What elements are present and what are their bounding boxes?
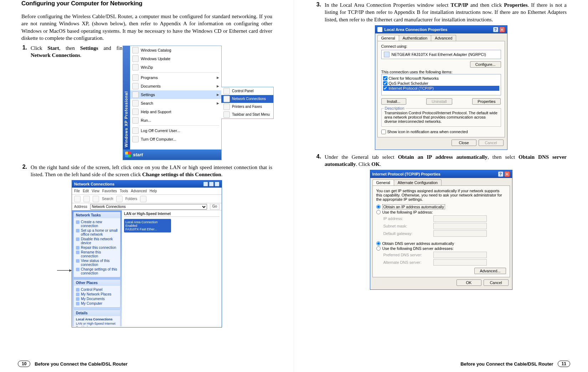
go-button[interactable]: Go xyxy=(210,204,220,210)
ok-button[interactable]: OK xyxy=(457,279,481,286)
task-link[interactable]: View status of this connection xyxy=(76,258,118,267)
task-link[interactable]: Disable this network device xyxy=(76,237,118,245)
field-label: Preferred DNS server: xyxy=(383,253,433,257)
preferred-dns-field[interactable] xyxy=(433,252,487,258)
menu-item[interactable]: Documents▶ xyxy=(130,82,221,90)
menu-item[interactable]: Run... xyxy=(130,116,221,125)
field-label: Alternate DNS server: xyxy=(383,260,433,264)
menu-favorites[interactable]: Favorites xyxy=(102,189,117,193)
tab-general[interactable]: General xyxy=(377,35,399,41)
ip-address-field[interactable] xyxy=(433,215,487,222)
step-4: 4. Under the General tab select Obtain a… xyxy=(315,153,567,168)
cancel-button[interactable]: Cancel xyxy=(479,140,504,146)
configure-button[interactable]: Configure... xyxy=(470,61,501,68)
flyout-item[interactable]: Control Panel xyxy=(221,87,273,95)
task-link[interactable]: Rename this connection xyxy=(76,250,118,258)
menu-label: Settings xyxy=(141,93,155,97)
list-item[interactable]: Client for Microsoft Networks xyxy=(383,76,499,81)
folders-button[interactable] xyxy=(116,196,123,202)
connection-item[interactable]: Local Area Connection Enabled FA310TX Fa… xyxy=(124,219,171,232)
step-text: . xyxy=(380,161,381,167)
radio-label: Obtain DNS server address automatically xyxy=(382,241,454,246)
menu-item[interactable]: Windows Catalog xyxy=(130,46,221,54)
up-button[interactable] xyxy=(93,196,99,202)
tab-alternate[interactable]: Alternate Configuration xyxy=(394,179,442,185)
menu-view[interactable]: View xyxy=(92,189,99,193)
menu-label: Programs xyxy=(141,75,158,80)
show-icon-checkbox[interactable] xyxy=(381,130,386,134)
menu-item[interactable]: Log Off Current User... xyxy=(130,126,221,135)
close-icon[interactable]: × xyxy=(504,171,510,177)
place-link[interactable]: My Computer xyxy=(76,301,118,306)
step-number: 4. xyxy=(315,153,325,168)
dialog-titlebar: Local Area Connection Properties ?× xyxy=(375,26,507,33)
gateway-field[interactable] xyxy=(433,230,487,237)
catalog-icon xyxy=(132,47,139,53)
connection-group-header: LAN or High-Speed Internet xyxy=(124,212,220,217)
close-icon[interactable]: × xyxy=(499,27,505,32)
back-button[interactable] xyxy=(74,196,81,202)
menu-item[interactable]: WinZip xyxy=(130,63,221,72)
list-item-tcpip[interactable]: Internet Protocol (TCP/IP) xyxy=(383,86,499,91)
tab-general[interactable]: General xyxy=(372,179,394,185)
start-button[interactable]: start xyxy=(123,150,221,160)
checkbox[interactable] xyxy=(383,81,387,85)
help-icon[interactable]: ? xyxy=(498,171,504,177)
menu-item[interactable]: Search▶ xyxy=(130,99,221,108)
alternate-dns-field[interactable] xyxy=(433,259,487,266)
task-link[interactable]: Set up a home or small office network xyxy=(76,228,118,237)
ui-term: Change settings of this Connection xyxy=(142,172,221,177)
place-link[interactable]: My Network Places xyxy=(76,292,118,297)
tab-advanced[interactable]: Advanced xyxy=(431,35,456,41)
menu-item[interactable]: Windows Update xyxy=(130,54,221,63)
menu-advanced[interactable]: Advanced xyxy=(131,189,146,193)
task-link[interactable]: Create a new connection xyxy=(76,220,118,228)
radio-obtain-dns-auto[interactable] xyxy=(376,241,381,246)
subnet-mask-field[interactable] xyxy=(433,223,487,229)
views-button[interactable] xyxy=(140,196,146,202)
menu-file[interactable]: File xyxy=(74,189,80,193)
list-item[interactable]: QoS Packet Scheduler xyxy=(383,81,499,86)
address-select[interactable]: Network Connections xyxy=(90,204,207,210)
menu-item-settings[interactable]: Settings▶ xyxy=(130,90,221,99)
cancel-button[interactable]: Cancel xyxy=(484,279,509,286)
menu-label: WinZip xyxy=(141,65,153,69)
menu-tools[interactable]: Tools xyxy=(120,189,128,193)
run-icon xyxy=(132,117,139,124)
place-link[interactable]: Control Panel xyxy=(76,287,118,292)
install-button[interactable]: Install... xyxy=(381,98,406,105)
other-header: Other Places xyxy=(74,280,120,286)
tab-authentication[interactable]: Authentication xyxy=(399,35,432,41)
radio-use-dns[interactable] xyxy=(376,246,381,251)
menu-item[interactable]: Turn Off Computer... xyxy=(130,135,221,143)
menu-edit[interactable]: Edit xyxy=(83,189,89,193)
uninstall-button[interactable]: Uninstall xyxy=(426,98,452,105)
menu-item[interactable]: Help and Support xyxy=(130,108,221,116)
place-link[interactable]: My Documents xyxy=(76,297,118,301)
flyout-item-network-connections[interactable]: Network Connections xyxy=(221,95,273,103)
window-titlebar: Network Connections xyxy=(72,180,222,188)
advanced-button[interactable]: Advanced... xyxy=(474,268,506,274)
close-button[interactable]: Close xyxy=(452,140,476,146)
flyout-item[interactable]: Printers and Faxes xyxy=(221,103,273,111)
field-label: Subnet mask: xyxy=(383,224,433,228)
radio-obtain-ip-auto[interactable] xyxy=(376,205,381,209)
properties-button[interactable]: Properties xyxy=(472,98,501,105)
checkbox[interactable] xyxy=(383,76,387,80)
menu-item[interactable]: Programs▶ xyxy=(130,73,221,82)
shutdown-icon xyxy=(132,136,139,142)
screenshot-network-connections: Network Connections File Edit View Favor… xyxy=(72,180,222,328)
task-link[interactable]: Change settings of this connection xyxy=(76,267,118,276)
maximize-icon[interactable] xyxy=(209,182,214,187)
menu-help[interactable]: Help xyxy=(150,189,157,193)
detail-text: Enabled xyxy=(76,325,118,326)
chevron-right-icon: ▶ xyxy=(217,84,219,88)
forward-button[interactable] xyxy=(83,196,90,202)
flyout-item[interactable]: Taskbar and Start Menu xyxy=(221,111,273,119)
task-link[interactable]: Repair this connection xyxy=(76,245,118,250)
radio-use-ip[interactable] xyxy=(376,210,381,214)
minimize-icon[interactable] xyxy=(203,182,208,187)
help-icon[interactable]: ? xyxy=(493,27,499,32)
checkbox[interactable] xyxy=(383,86,387,90)
close-icon[interactable] xyxy=(215,182,220,187)
